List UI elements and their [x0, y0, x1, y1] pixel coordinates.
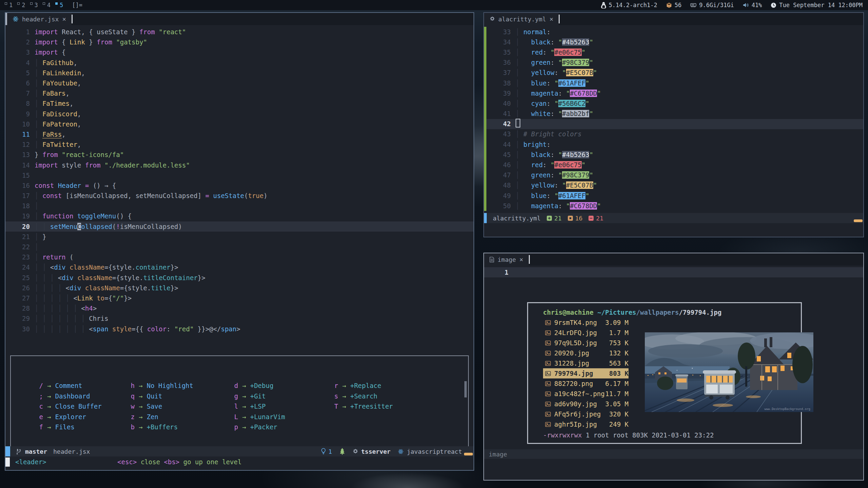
code-line[interactable]: 15 [5, 170, 474, 180]
code-line[interactable]: 42 [484, 119, 863, 129]
code-line[interactable]: 1 [484, 267, 863, 277]
code-line[interactable]: 37│ yellow: "#E5C07B" [484, 68, 863, 78]
tray-module-text: Tue September 14 12:00PM [779, 2, 863, 8]
code-line[interactable]: 8│ FaTimes, [5, 98, 474, 109]
code-line[interactable]: 49│ blue: "#61AFEF" [484, 191, 863, 201]
code-line[interactable]: 45│ black: "#4b5263" [484, 150, 863, 160]
tab-alacritty-yml[interactable]: alacritty.yml × [484, 13, 559, 25]
code-line[interactable]: 12│ FaTwitter, [5, 139, 474, 150]
arrow-icon: → [135, 382, 147, 389]
close-icon[interactable]: × [549, 15, 553, 23]
tray-module-clock[interactable]: Tue September 14 12:00PM [771, 2, 863, 8]
code-line[interactable]: 43│ # Bright colors [484, 129, 863, 139]
file-row-a19c482f~.png[interactable]: a19c482f~.png11.7 M [543, 389, 629, 399]
editor-window-alacritty: alacritty.yml × 33│ normal:34│ black: "#… [483, 12, 864, 237]
code-line[interactable]: 2import { Link } from "gatsby" [5, 37, 474, 47]
code-line[interactable]: 22│ [5, 242, 474, 252]
file-row-AFq5r6j.jpeg[interactable]: AFq5r6j.jpeg320 K [543, 409, 629, 419]
code-line[interactable]: 38│ blue: "#61AFEF" [484, 78, 863, 88]
which-key-binding-d: d→+Debug [233, 380, 333, 391]
code-line[interactable]: 39│ magenta: "#C678DD" [484, 88, 863, 98]
code-line[interactable]: 25│ │ │ <div className={style.titleConta… [5, 273, 474, 283]
code-line[interactable]: 40│ cyan: "#56B6C2" [484, 98, 863, 109]
workspace-3[interactable]: 3 [30, 2, 38, 8]
code-line[interactable]: 34│ black: "#4b5263" [484, 37, 863, 47]
which-key-scrollbar[interactable] [464, 381, 467, 397]
which-key-column-2: h→No Highlightq→Quitw→Savez→Zenb→+Buffer… [130, 380, 233, 432]
file-row-31228.jpg[interactable]: 31228.jpg563 K [543, 358, 629, 368]
code-line[interactable]: 29│ │ │ │ │ │ │ Chris [5, 313, 474, 324]
left-code-area[interactable]: 1import React, { useState } from "react"… [5, 25, 474, 446]
close-icon[interactable]: × [519, 256, 523, 263]
code-line[interactable]: 21│ } [5, 232, 474, 242]
code-line[interactable]: 5│ FaLinkedin, [5, 68, 474, 78]
code-line[interactable]: 19│ function toggleMenu() { [5, 211, 474, 221]
arrow-icon: → [43, 392, 55, 400]
file-row-799794.jpg[interactable]: 799794.jpg803 K [543, 368, 629, 378]
image-code-area[interactable]: 1 chris@machine ~/Pictures/wallpapers/79… [484, 266, 863, 449]
code-line[interactable]: 9│ FaDiscord, [5, 109, 474, 119]
line-number: 30 [5, 325, 35, 333]
code-line[interactable]: 50│ magenta: "#C678DD" [484, 201, 863, 211]
code-line[interactable]: 6│ FaYoutube, [5, 78, 474, 88]
code-line[interactable]: 7│ FaBars, [5, 88, 474, 98]
which-key-column-1: /→Comment;→Dashboardc→Close Buffere→Expl… [38, 380, 130, 432]
git-branch-name[interactable]: master [25, 448, 47, 455]
file-row-24LrDFQ.jpg[interactable]: 24LrDFQ.jpg1.7 M [543, 328, 629, 338]
left-cmdline[interactable]: <leader> <esc> close <bs> go up one leve… [5, 456, 474, 467]
code-line[interactable]: 1import React, { useState } from "react" [5, 27, 474, 37]
code-line[interactable]: 30│ │ │ │ │ │ │ <span style={{ color: "r… [5, 324, 474, 334]
code-line[interactable]: 3import { [5, 47, 474, 57]
line-number: 19 [5, 212, 35, 220]
code-line[interactable]: 26│ │ │ │ <div className={style.title}> [5, 283, 474, 293]
file-row-ad6v90y.jpg[interactable]: ad6v90y.jpg3.05 M [543, 399, 629, 409]
file-row-882720.png[interactable]: 882720.png6.17 M [543, 378, 629, 389]
file-row-9rsmTK4.png[interactable]: 9rsmTK4.png3.09 M [543, 317, 629, 328]
code-line[interactable]: 4│ FaGithub, [5, 58, 474, 68]
code-line[interactable]: 27│ │ │ │ │ <Link to={"/"}> [5, 293, 474, 303]
code-line[interactable]: 28│ │ │ │ │ │ <h4> [5, 303, 474, 313]
code-line[interactable]: 17│ const [isMenuCollapsed, setMenuColla… [5, 191, 474, 201]
file-row-aghr5Ip.jpg[interactable]: aghr5Ip.jpg249 K [543, 419, 629, 429]
code-line[interactable]: 24│ │ <div className={style.container}> [5, 262, 474, 272]
code-line[interactable]: 13} from "react-icons/fa" [5, 150, 474, 160]
code-line[interactable]: 47│ green: "#98C379" [484, 170, 863, 180]
code-line[interactable]: 20│ │ setMenuCollapsed(!isMenuCollapsed) [5, 221, 474, 232]
workspace-4[interactable]: 4 [43, 2, 51, 8]
line-number: 34 [486, 37, 516, 47]
file-row-20920.jpg[interactable]: 20920.jpg132 K [543, 348, 629, 358]
which-key-binding-f: f→Files [38, 422, 130, 432]
code-line[interactable]: 16const Header = () ⇒ { [5, 180, 474, 191]
which-key-binding-p: p→+Packer [233, 422, 333, 432]
tray-module-penguin[interactable]: 5.14.2-arch1-2 [601, 2, 657, 8]
workspace-5[interactable]: 5 [55, 2, 63, 8]
workspace-1[interactable]: 1 [5, 2, 13, 8]
code-line[interactable]: 10│ FaPatreon, [5, 119, 474, 129]
diagnostic-hint-count[interactable]: 1 [328, 448, 332, 455]
binding-key: e [38, 413, 43, 421]
code-line[interactable]: 46│ red: "#e06c75" [484, 160, 863, 170]
code-text: import style from "./header.module.less" [35, 161, 190, 169]
image-file-icon [545, 381, 551, 386]
code-line[interactable]: 36│ green: "#98C379" [484, 58, 863, 68]
tab-image[interactable]: image × [484, 253, 529, 266]
git-sign-added [484, 78, 486, 88]
close-icon[interactable]: × [62, 15, 66, 23]
file-row-97q9L5D.jpg[interactable]: 97q9L5D.jpg753 K [543, 338, 629, 348]
tray-module-package[interactable]: 56 [666, 2, 681, 8]
code-text: │ │ │ │ <div className={style.title}> [35, 284, 178, 292]
tray-module-memory[interactable]: 9.6Gi/31Gi [690, 2, 734, 8]
tab-header-jsx[interactable]: header.jsx × [7, 13, 72, 25]
code-line[interactable]: 44│ bright: [484, 139, 863, 150]
code-line[interactable]: 33│ normal: [484, 27, 863, 37]
code-line[interactable]: 23│ return ( [5, 252, 474, 262]
tray-module-volume[interactable]: 41% [743, 2, 762, 8]
code-line[interactable]: 18│ [5, 201, 474, 211]
alacritty-code-area[interactable]: 33│ normal:34│ black: "#4b5263"35│ red: … [484, 25, 863, 213]
workspace-2[interactable]: 2 [17, 2, 25, 8]
code-line[interactable]: 41│ white: "#abb2bf" [484, 109, 863, 119]
code-line[interactable]: 11│ FaRss, [5, 129, 474, 139]
code-line[interactable]: 48│ yellow: "#E5C07B" [484, 180, 863, 191]
code-line[interactable]: 35│ red: "#e06c75" [484, 47, 863, 57]
code-line[interactable]: 14import style from "./header.module.les… [5, 160, 474, 170]
